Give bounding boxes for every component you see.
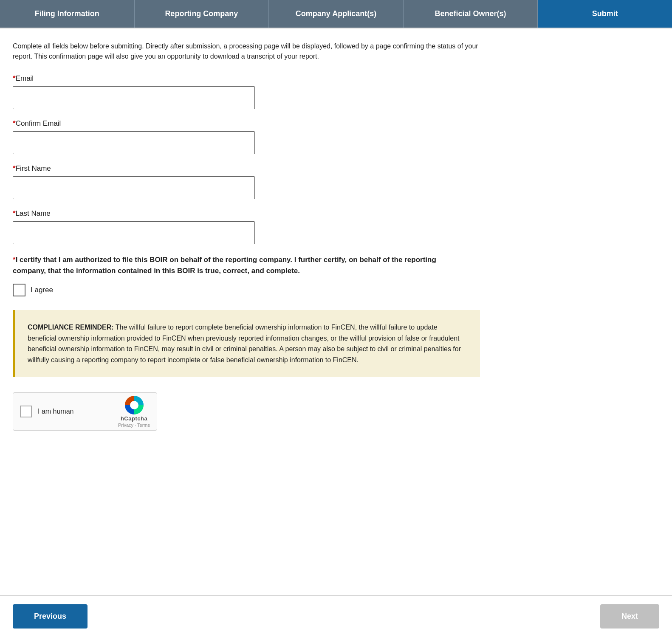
email-field-group: *Email bbox=[13, 74, 659, 109]
compliance-title: COMPLIANCE REMINDER: bbox=[28, 324, 114, 331]
last-name-field-group: *Last Name bbox=[13, 209, 659, 244]
compliance-box: COMPLIANCE REMINDER: The willful failure… bbox=[13, 310, 480, 377]
tab-reporting-company[interactable]: Reporting Company bbox=[135, 0, 269, 28]
agree-checkbox[interactable] bbox=[13, 284, 25, 296]
certify-required-star: * bbox=[13, 256, 16, 264]
last-name-label-text: Last Name bbox=[16, 209, 51, 217]
email-label-text: Email bbox=[16, 74, 34, 82]
tab-company-applicants[interactable]: Company Applicant(s) bbox=[269, 0, 404, 28]
first-name-label-text: First Name bbox=[16, 164, 51, 172]
first-name-input[interactable] bbox=[13, 176, 255, 199]
description-text: Complete all fields below before submitt… bbox=[13, 41, 480, 62]
footer-nav: Previous Next bbox=[0, 595, 672, 637]
confirm-email-field-group: *Confirm Email bbox=[13, 119, 659, 154]
first-name-required-star: * bbox=[13, 164, 16, 172]
certify-text: *I certify that I am authorized to file … bbox=[13, 254, 459, 276]
confirm-email-required-star: * bbox=[13, 119, 16, 127]
first-name-label: *First Name bbox=[13, 164, 659, 173]
captcha-checkbox[interactable] bbox=[20, 406, 32, 417]
certify-text-content: I certify that I am authorized to file t… bbox=[13, 256, 436, 275]
confirm-email-label-text: Confirm Email bbox=[16, 119, 61, 127]
captcha-links[interactable]: Privacy · Terms bbox=[118, 423, 150, 428]
next-button[interactable]: Next bbox=[600, 604, 659, 629]
last-name-required-star: * bbox=[13, 209, 16, 217]
last-name-label: *Last Name bbox=[13, 209, 659, 218]
tab-filing-information[interactable]: Filing Information bbox=[0, 0, 135, 28]
confirm-email-input[interactable] bbox=[13, 131, 255, 154]
previous-button[interactable]: Previous bbox=[13, 604, 88, 629]
captcha-logo-area: hCaptcha Privacy · Terms bbox=[118, 396, 150, 428]
captcha-logo-inner bbox=[130, 401, 138, 409]
tab-submit[interactable]: Submit bbox=[538, 0, 672, 28]
last-name-input[interactable] bbox=[13, 221, 255, 244]
nav-bar: Filing Information Reporting Company Com… bbox=[0, 0, 672, 28]
tab-beneficial-owners[interactable]: Beneficial Owner(s) bbox=[404, 0, 538, 28]
captcha-label: I am human bbox=[38, 408, 112, 415]
confirm-email-label: *Confirm Email bbox=[13, 119, 659, 128]
main-content: Complete all fields below before submitt… bbox=[0, 28, 672, 469]
agree-label: I agree bbox=[31, 286, 53, 294]
email-input[interactable] bbox=[13, 86, 255, 109]
email-required-star: * bbox=[13, 74, 16, 82]
email-label: *Email bbox=[13, 74, 659, 83]
agree-row: I agree bbox=[13, 284, 659, 296]
captcha-logo-icon bbox=[125, 396, 144, 414]
captcha-box[interactable]: I am human hCaptcha Privacy · Terms bbox=[13, 392, 157, 431]
captcha-brand: hCaptcha bbox=[121, 415, 147, 422]
first-name-field-group: *First Name bbox=[13, 164, 659, 199]
